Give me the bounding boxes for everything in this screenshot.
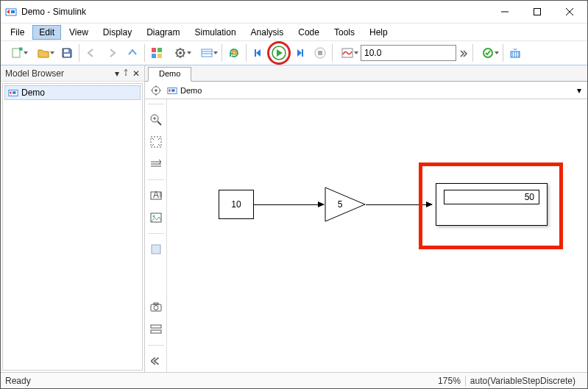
model-browser-header: Model Browser ▾ ✕ — [1, 65, 144, 82]
menu-code[interactable]: Code — [291, 25, 326, 40]
svg-rect-9 — [152, 54, 156, 58]
screenshot-icon[interactable] — [148, 299, 164, 315]
tab-strip: Demo — [145, 65, 587, 82]
svg-rect-17 — [255, 49, 256, 57]
svg-rect-51 — [154, 303, 158, 304]
model-browser-tree[interactable]: Demo — [2, 83, 143, 371]
zoom-in-icon[interactable] — [148, 112, 164, 128]
maximize-button[interactable] — [521, 1, 553, 23]
menu-bar: File Edit View Display Diagram Simulatio… — [1, 23, 587, 40]
nav-target-button[interactable] — [148, 83, 164, 98]
forward-button[interactable] — [102, 43, 122, 63]
svg-rect-52 — [151, 325, 161, 328]
model-browser-panel: Model Browser ▾ ✕ Demo — [1, 65, 145, 372]
constant-block[interactable]: 10 — [219, 190, 254, 219]
signal-line[interactable] — [366, 204, 432, 205]
status-zoom[interactable]: 175% — [438, 376, 461, 386]
display-block[interactable]: 50 — [436, 183, 548, 226]
menu-display[interactable]: Display — [96, 25, 138, 40]
collapse-toolbar-icon[interactable] — [148, 353, 164, 369]
save-button[interactable] — [57, 43, 77, 63]
svg-rect-13 — [202, 49, 212, 57]
fit-view-icon[interactable] — [148, 134, 164, 150]
svg-rect-8 — [157, 48, 162, 52]
diagram-canvas[interactable]: 10 5 50 — [167, 99, 587, 372]
svg-rect-19 — [302, 49, 303, 57]
run-button[interactable] — [269, 43, 289, 63]
model-browser-title: Model Browser — [5, 68, 64, 79]
panel-dropdown-icon[interactable]: ▾ — [115, 68, 119, 79]
svg-point-47 — [152, 215, 155, 218]
status-ready: Ready — [5, 376, 31, 386]
stop-time-input[interactable] — [361, 45, 456, 61]
svg-rect-31 — [13, 91, 15, 94]
model-config-button[interactable] — [167, 43, 194, 63]
tree-item-label: Demo — [21, 88, 45, 98]
svg-point-4 — [19, 48, 22, 51]
svg-line-37 — [157, 121, 161, 125]
toolbar — [1, 40, 587, 65]
menu-view[interactable]: View — [63, 25, 95, 40]
menu-file[interactable]: File — [4, 25, 31, 40]
fit-selection-icon[interactable] — [148, 156, 164, 172]
gain-value: 5 — [338, 199, 343, 210]
simulation-data-button[interactable] — [334, 43, 361, 63]
svg-point-29 — [125, 74, 127, 76]
canvas-toolbar: A≡ — [145, 99, 167, 372]
menu-diagram[interactable]: Diagram — [140, 25, 186, 40]
back-button[interactable] — [81, 43, 102, 63]
svg-rect-35 — [171, 89, 174, 92]
panel-pin-icon[interactable] — [122, 68, 130, 79]
menu-help[interactable]: Help — [363, 25, 394, 40]
svg-point-12 — [179, 51, 182, 54]
status-solver[interactable]: auto(VariableStepDiscrete) — [470, 376, 575, 386]
menu-simulation[interactable]: Simulation — [188, 25, 243, 40]
tree-item-root[interactable]: Demo — [4, 85, 141, 100]
svg-rect-10 — [157, 54, 162, 58]
deploy-button[interactable] — [505, 43, 525, 63]
svg-rect-7 — [152, 48, 156, 52]
menu-analysis[interactable]: Analysis — [244, 25, 291, 40]
library-browser-button[interactable] — [146, 43, 167, 63]
new-model-button[interactable] — [4, 43, 30, 63]
toolbar-overflow-button[interactable] — [456, 43, 471, 63]
viewmarks-icon[interactable] — [148, 321, 164, 338]
svg-rect-2 — [534, 9, 541, 15]
constant-value: 10 — [231, 199, 241, 210]
step-forward-button[interactable] — [289, 43, 310, 63]
svg-rect-5 — [64, 49, 68, 52]
canvas-area: Demo Demo ▾ A≡ — [145, 65, 587, 372]
menu-tools[interactable]: Tools — [327, 25, 361, 40]
gain-block[interactable]: 5 — [325, 187, 366, 222]
svg-rect-48 — [152, 245, 160, 254]
signal-line[interactable] — [254, 204, 324, 205]
menu-edit[interactable]: Edit — [32, 25, 61, 40]
panel-close-icon[interactable]: ✕ — [132, 68, 140, 79]
model-icon — [167, 85, 177, 96]
update-diagram-button[interactable] — [224, 43, 244, 63]
svg-rect-6 — [64, 54, 70, 57]
breadcrumb-dropdown-icon[interactable]: ▾ — [577, 85, 581, 96]
open-button[interactable] — [30, 43, 57, 63]
status-bar: Ready 175% auto(VariableStepDiscrete) — [1, 372, 587, 388]
close-button[interactable] — [553, 1, 586, 23]
window-title: Demo - Simulink — [21, 7, 86, 17]
model-icon — [8, 88, 18, 98]
breadcrumb-model[interactable]: Demo — [180, 86, 202, 95]
minimize-button[interactable] — [489, 1, 521, 23]
up-button[interactable] — [122, 43, 143, 63]
area-icon[interactable] — [148, 241, 164, 257]
svg-rect-1 — [11, 10, 15, 13]
svg-rect-53 — [151, 330, 161, 333]
title-bar: Demo - Simulink — [1, 1, 587, 23]
annotation-icon[interactable]: A≡ — [148, 188, 164, 204]
stop-button[interactable] — [310, 43, 330, 63]
model-explorer-button[interactable] — [194, 43, 220, 63]
step-back-button[interactable] — [248, 43, 269, 63]
display-value: 50 — [525, 192, 534, 202]
tab-demo[interactable]: Demo — [148, 67, 191, 82]
image-icon[interactable] — [148, 210, 164, 226]
svg-rect-3 — [13, 49, 20, 57]
build-button[interactable] — [475, 43, 501, 63]
breadcrumb: Demo ▾ — [145, 82, 587, 99]
